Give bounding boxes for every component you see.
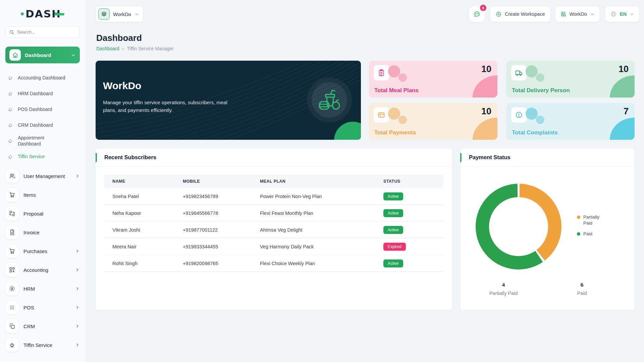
dots-grid-icon <box>5 301 19 314</box>
tiffin-bowl-icon <box>5 338 19 352</box>
cell-mobile: +919823456789 <box>175 194 252 199</box>
table-row[interactable]: Neha Kapoor +919845566778 Flexi Feast Mo… <box>104 205 443 222</box>
logo-dot-icon <box>21 12 24 15</box>
sidebar-item-accounting-dashboard[interactable]: Accounting Dashboard <box>9 70 80 86</box>
legend-dot <box>577 216 580 219</box>
cell-mobile: +919845566778 <box>175 210 252 216</box>
plus-circle-icon <box>495 11 502 17</box>
panel-accent-bar <box>460 153 462 162</box>
workdo-menu-button[interactable]: WorkDo <box>555 6 600 22</box>
sidebar-item-pos[interactable]: POS <box>5 298 80 317</box>
stat-value: 7 <box>624 106 629 117</box>
cell-name: Neha Kapoor <box>104 210 175 216</box>
language-label: EN <box>620 11 627 17</box>
globe-icon <box>610 11 617 17</box>
chevron-right-icon <box>75 249 80 253</box>
bullet-icon <box>8 138 13 143</box>
alert-circle-icon <box>511 107 527 123</box>
app-logo[interactable]: DASH <box>5 6 80 21</box>
home-icon <box>9 49 21 61</box>
chevron-down-icon <box>135 12 139 16</box>
bullet-icon <box>8 91 13 96</box>
sidebar-item-accounting[interactable]: Accounting <box>5 260 80 279</box>
sidebar-item-purchases[interactable]: Purchases <box>5 242 80 260</box>
create-workspace-label: Create Workspace <box>505 11 545 17</box>
breadcrumb: Dashboard › Tiffin Service Manager <box>96 46 174 51</box>
sidebar-item-proposal[interactable]: Proposal <box>5 204 80 223</box>
sidebar-item-tiffin-service-active[interactable]: Tiffin Service <box>9 149 80 165</box>
create-workspace-button[interactable]: Create Workspace <box>490 6 550 22</box>
stat-card-total-payments[interactable]: 10 Total Payments <box>369 103 497 140</box>
cell-meal-plan: Power Protein Non-Veg Plan <box>252 194 375 199</box>
notification-badge: 0 <box>480 5 486 11</box>
table-row[interactable]: Sneha Patel +919823456789 Power Protein … <box>104 188 443 205</box>
summary-paid: 6 Paid <box>558 282 605 296</box>
messages-button[interactable]: 0 <box>469 6 485 22</box>
topbar-actions: 0 Create Workspace WorkDo EN <box>469 6 639 22</box>
sidebar-item-crm-dashboard[interactable]: CRM Dashboard <box>9 117 80 133</box>
topbar: WorkDo 0 Create Workspace WorkDo EN <box>96 5 639 23</box>
sidebar-item-invoice[interactable]: Invoice <box>5 223 80 242</box>
truck-icon <box>511 65 527 80</box>
payment-status-panel: Payment Status Partially Paid Paid 4 Par… <box>460 148 635 310</box>
sidebar-search[interactable] <box>5 26 80 38</box>
bullet-icon <box>8 107 13 112</box>
breadcrumb-current: Tiffin Service Manager <box>127 46 174 51</box>
sidebar-item-hrm-dashboard[interactable]: HRM Dashboard <box>9 86 80 102</box>
cell-name: Rohit Singh <box>104 261 175 266</box>
summary-value: 6 <box>558 282 605 288</box>
bullet-icon <box>8 154 13 159</box>
stat-value: 10 <box>619 64 629 74</box>
chevron-right-icon <box>75 267 80 272</box>
sidebar-item-dashboard[interactable]: Dashboard <box>5 47 80 63</box>
chevron-right-icon <box>75 324 80 328</box>
food-drink-icon <box>317 88 341 112</box>
summary-label: Partially Paid <box>480 291 527 296</box>
status-badge: Expired <box>383 243 406 251</box>
chevron-down-icon <box>590 12 595 16</box>
sidebar-item-pos-dashboard[interactable]: POS Dashboard <box>9 102 80 117</box>
sidebar-item-crm[interactable]: CRM <box>5 317 80 336</box>
stat-label: Total Meal Plans <box>374 87 419 94</box>
bullet-icon <box>8 75 13 80</box>
breadcrumb-separator-icon: › <box>122 46 124 51</box>
hero-illustration-circle <box>307 77 352 122</box>
table-header-row: NAME MOBILE MEAL PLAN STATUS <box>104 175 443 188</box>
language-selector[interactable]: EN <box>605 6 639 22</box>
hero-subtitle: Manage your tiffin service operations, s… <box>103 99 241 114</box>
stat-card-total-delivery-person[interactable]: 10 Total Delivery Person <box>506 61 635 98</box>
recent-subscribers-title: Recent Subscribers <box>104 154 156 161</box>
sidebar-item-appointment-dashboard[interactable]: Appointment Dashboard <box>9 133 80 149</box>
breadcrumb-dashboard-link[interactable]: Dashboard <box>96 46 119 51</box>
column-header-status: STATUS <box>375 179 443 184</box>
stat-value: 10 <box>481 106 491 117</box>
table-row[interactable]: Meera Nair +919833344455 Veg Harmony Dai… <box>104 238 443 255</box>
workspace-icon <box>98 8 110 20</box>
sidebar-item-tiffin-service[interactable]: Tiffin Service <box>5 336 80 354</box>
stat-card-total-meal-plans[interactable]: 10 Total Meal Plans <box>369 61 497 98</box>
table-row[interactable]: Rohit Singh +919820098765 Flexi Choice W… <box>104 255 443 272</box>
hero-title: WorkDo <box>103 80 141 92</box>
cell-mobile: +919820098765 <box>175 261 252 266</box>
search-input[interactable] <box>17 29 76 35</box>
chevron-right-icon <box>75 305 80 310</box>
column-header-name: NAME <box>104 179 175 184</box>
subscribers-table: NAME MOBILE MEAL PLAN STATUS Sneha Patel… <box>96 167 452 272</box>
cell-name: Sneha Patel <box>104 194 175 199</box>
sidebar-item-hrm[interactable]: HRM <box>5 279 80 298</box>
sidebar-item-user-management[interactable]: User Management <box>5 167 80 185</box>
cell-name: Vikram Joshi <box>104 227 175 233</box>
sidebar-item-label: Dashboard <box>25 52 67 58</box>
chevron-right-icon <box>75 343 80 347</box>
column-header-meal-plan: MEAL PLAN <box>252 179 375 184</box>
stat-label: Total Delivery Person <box>512 87 570 94</box>
workspace-selector[interactable]: WorkDo <box>96 6 143 22</box>
stat-card-total-complaints[interactable]: 7 Total Complaints <box>506 103 635 140</box>
legend-dot <box>577 232 580 236</box>
table-row[interactable]: Vikram Joshi +919877001122 Ahimsa Veg De… <box>104 222 443 238</box>
invoice-icon <box>5 226 19 239</box>
workspace-name: WorkDo <box>113 11 131 17</box>
sidebar-item-items[interactable]: Items <box>5 185 80 204</box>
cell-meal-plan: Ahimsa Veg Delight <box>252 227 375 233</box>
recent-subscribers-panel: Recent Subscribers NAME MOBILE MEAL PLAN… <box>96 148 452 310</box>
